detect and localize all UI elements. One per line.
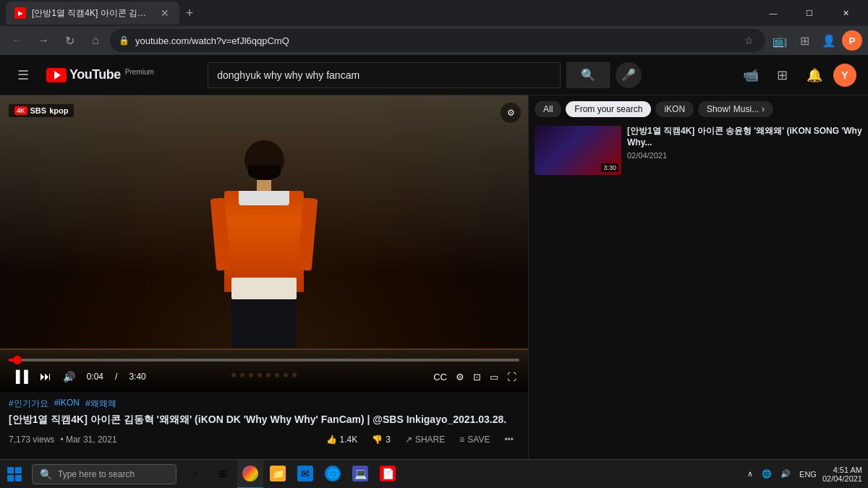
video-title: [안방1열 직캠4K] 아이콘 김동혁 '왜왜왜' (iKON DK 'Why … <box>9 413 519 427</box>
taskbar-time-display: 4:51 AM <box>822 466 862 474</box>
new-tab-button[interactable]: + <box>179 3 200 23</box>
taskbar-app-teams[interactable]: 💻 <box>347 460 373 489</box>
search-wrapper: 🔍 🎤 <box>208 62 642 88</box>
hashtag-1[interactable]: #인기가요 <box>9 398 48 410</box>
address-right-icons: ☆ <box>741 32 757 49</box>
performer-pants <box>231 292 297 350</box>
taskbar-app-chrome[interactable] <box>237 460 263 489</box>
address-bar[interactable]: 🔒 youtube.com/watch?v=efJl6qqpCmQ ☆ <box>110 29 765 52</box>
bookmark-icon[interactable]: ☆ <box>741 32 757 49</box>
subtitles-button[interactable]: CC <box>430 369 450 385</box>
video-info: #인기가요 #iKON #왜왜왜 [안방1열 직캠4K] 아이콘 김동혁 '왜왜… <box>0 392 528 453</box>
current-time: 0:04 <box>87 372 103 382</box>
filter-chip-from-search[interactable]: From your search <box>566 101 651 117</box>
taskbar-app-cortana[interactable]: ○ <box>182 460 208 489</box>
taskbar-app-edge[interactable]: 🌐 <box>320 460 346 489</box>
fullscreen-button[interactable]: ⛶ <box>504 369 519 385</box>
notifications-icon[interactable]: 🔔 <box>801 62 827 88</box>
video-player[interactable]: 4K SBS kpop ⚙ ▐▐ ⏭ 🔊 0:04 / <box>0 95 528 392</box>
share-label: SHARE <box>415 435 445 445</box>
next-button[interactable]: ⏭ <box>37 367 54 386</box>
taskbar-app-taskview[interactable]: ⊞ <box>210 460 236 489</box>
user-profile-icon[interactable]: 👤 <box>817 29 841 52</box>
more-button[interactable]: ••• <box>498 432 519 448</box>
sidebar-video-info: [안방1열 직캠4K] 아이콘 송윤형 '왜왜왜' (iKON SONG 'Wh… <box>627 126 862 175</box>
maximize-button[interactable]: ☐ <box>793 0 826 26</box>
chrome-icon <box>242 466 258 481</box>
refresh-button[interactable]: ↻ <box>58 29 81 52</box>
back-button[interactable]: ← <box>6 29 29 52</box>
tab-favicon: ▶ <box>14 7 26 19</box>
video-meta-row: 7,173 views • Mar 31, 2021 👍 1.4K 👎 3 ↗ … <box>9 432 519 448</box>
search-box[interactable] <box>208 62 561 88</box>
video-settings-button[interactable]: ⚙ <box>501 103 521 123</box>
search-button[interactable]: 🔍 <box>566 62 610 88</box>
like-icon: 👍 <box>326 435 337 445</box>
video-watermark: 4K SBS kpop <box>9 104 74 117</box>
hashtags: #인기가요 #iKON #왜왜왜 <box>9 398 519 410</box>
minimize-button[interactable]: — <box>757 0 790 26</box>
total-time: 3:40 <box>129 372 145 382</box>
create-video-icon[interactable]: 📹 <box>738 62 764 88</box>
view-count: 7,173 views <box>9 435 54 445</box>
tab-close-button[interactable]: ✕ <box>159 7 171 19</box>
win-square-3 <box>7 475 14 481</box>
save-label: SAVE <box>467 435 490 445</box>
play-pause-button[interactable]: ▐▐ <box>9 367 31 386</box>
sidebar-duration: 3:30 <box>601 163 618 172</box>
share-button[interactable]: ↗ SHARE <box>399 432 451 448</box>
system-tray-expand[interactable]: ∧ <box>744 468 756 480</box>
miniplayer-button[interactable]: ⊡ <box>470 369 484 385</box>
cast-icon[interactable]: 📺 <box>768 29 791 52</box>
search-input[interactable] <box>217 69 551 81</box>
user-avatar[interactable]: Y <box>833 64 856 87</box>
dislike-button[interactable]: 👎 3 <box>366 432 396 448</box>
taskbar-app-acrobat[interactable]: 📄 <box>375 460 401 489</box>
like-button[interactable]: 👍 1.4K <box>320 432 364 448</box>
start-button[interactable] <box>0 460 29 489</box>
forward-button[interactable]: → <box>32 29 55 52</box>
url-display: youtube.com/watch?v=efJl6qqpCmQ <box>135 35 736 46</box>
voice-search-button[interactable]: 🎤 <box>616 62 642 88</box>
active-tab[interactable]: ▶ [안방1열 직캠4K] 아이콘 김동혁 'Why Why... ✕ <box>6 1 179 25</box>
profile-avatar[interactable]: P <box>842 30 862 51</box>
filter-chip-all[interactable]: All <box>535 101 561 117</box>
taskview-icon: ⊞ <box>215 466 231 481</box>
dislike-icon: 👎 <box>372 435 383 445</box>
taskbar-clock[interactable]: 4:51 AM 02/04/2021 <box>822 466 862 483</box>
taskbar-app-explorer[interactable]: 📁 <box>265 460 291 489</box>
performer-jacket <box>224 191 304 292</box>
taskbar: 🔍 Type here to search ○ ⊞ 📁 ✉ 🌐 💻 📄 ∧ 🌐 <box>0 459 868 488</box>
taskbar-apps: ○ ⊞ 📁 ✉ 🌐 💻 📄 <box>179 460 404 489</box>
filter-chip-show-music[interactable]: Show! Musi... › <box>698 101 773 117</box>
teams-icon: 💻 <box>352 466 368 481</box>
theater-button[interactable]: ▭ <box>487 369 501 385</box>
close-button[interactable]: ✕ <box>829 0 862 26</box>
sidebar-video-item[interactable]: 3:30 [안방1열 직캠4K] 아이콘 송윤형 '왜왜왜' (iKON SON… <box>535 126 862 175</box>
filter-chip-ikon[interactable]: iKON <box>655 101 694 117</box>
save-button[interactable]: ≡ SAVE <box>454 432 495 448</box>
window-controls: — ☐ ✕ <box>757 0 862 26</box>
home-button[interactable]: ⌂ <box>84 29 107 52</box>
controls-row: ▐▐ ⏭ 🔊 0:04 / 3:40 CC ⚙ ⊡ ▭ ⛶ <box>9 367 519 386</box>
extensions-icon[interactable]: ⊞ <box>793 29 816 52</box>
language-indicator[interactable]: ENG <box>796 468 820 480</box>
tab-bar: ▶ [안방1열 직캠4K] 아이콘 김동혁 'Why Why... ✕ + <box>6 0 754 26</box>
network-icon[interactable]: 🌐 <box>759 468 775 480</box>
hashtag-2[interactable]: #iKON <box>54 398 80 410</box>
apps-icon[interactable]: ⊞ <box>770 62 796 88</box>
volume-icon[interactable]: 🔊 <box>778 468 793 480</box>
settings-button[interactable]: ⚙ <box>453 369 467 385</box>
acrobat-icon: 📄 <box>380 466 396 481</box>
taskbar-search[interactable]: 🔍 Type here to search <box>32 464 176 484</box>
save-icon: ≡ <box>459 435 464 445</box>
menu-button[interactable]: ☰ <box>12 61 35 89</box>
youtube-logo[interactable]: YouTube Premium <box>46 67 154 82</box>
lock-icon: 🔒 <box>119 35 129 46</box>
watermark-channel: SBS <box>30 106 47 115</box>
volume-button[interactable]: 🔊 <box>60 368 78 385</box>
progress-bar[interactable] <box>9 359 519 361</box>
sidebar-video-title: [안방1열 직캠4K] 아이콘 송윤형 '왜왜왜' (iKON SONG 'Wh… <box>627 126 862 148</box>
taskbar-app-mail[interactable]: ✉ <box>292 460 318 489</box>
hashtag-3[interactable]: #왜왜왜 <box>85 398 116 410</box>
